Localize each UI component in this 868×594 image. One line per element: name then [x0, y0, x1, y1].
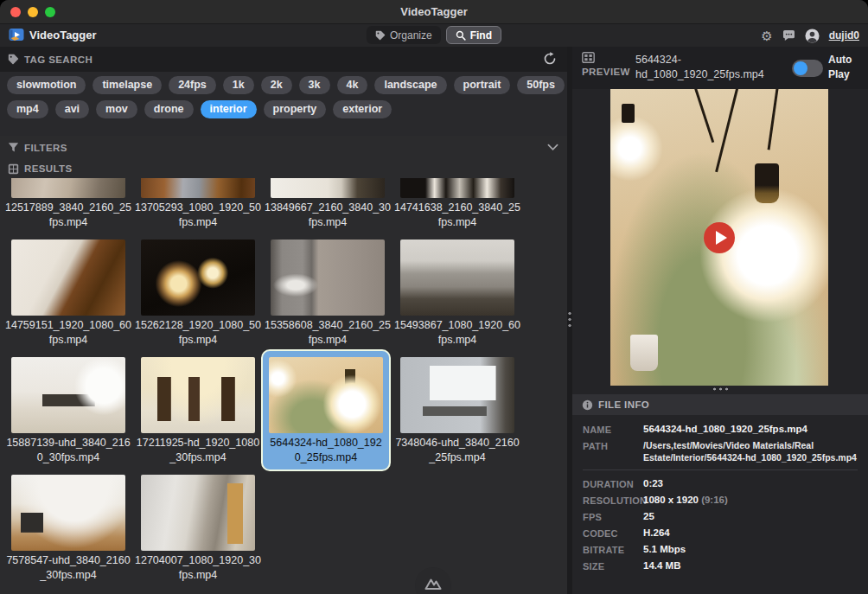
tag-pill-4k[interactable]: 4k [337, 76, 368, 94]
file-info-row: FPS25 [583, 510, 858, 524]
tag-pill-50fps[interactable]: 50fps [517, 76, 565, 94]
filters-title: FILTERS [24, 143, 67, 153]
result-filename: 13849667_2160_3840_30fps.mp4 [265, 201, 391, 230]
video-thumbnail[interactable] [400, 178, 514, 198]
tag-pill-interior[interactable]: interior [201, 100, 257, 118]
find-button[interactable]: Find [446, 26, 501, 44]
video-thumbnail[interactable] [141, 357, 255, 433]
tag-pill-1k[interactable]: 1k [223, 76, 254, 94]
autoplay-toggle[interactable] [792, 60, 823, 77]
user-avatar[interactable] [805, 29, 820, 43]
tag-pill-avi[interactable]: avi [55, 100, 89, 118]
lamp-socket [755, 163, 779, 203]
results-grid: 12517889_3840_2160_25fps.mp413705293_108… [0, 178, 567, 583]
tag-pill-mp4[interactable]: mp4 [7, 100, 48, 118]
result-card[interactable]: 14741638_2160_3840_25fps.mp4 [394, 178, 520, 230]
result-cell: 7578547-uhd_3840_2160_30fps.mp4 [3, 475, 133, 583]
result-cell: 13849667_2160_3840_30fps.mp4 [263, 178, 393, 230]
tag-pill-mov[interactable]: mov [96, 100, 137, 118]
result-card[interactable]: 7578547-uhd_3840_2160_30fps.mp4 [5, 475, 131, 583]
result-card[interactable]: 13849667_2160_3840_30fps.mp4 [265, 178, 391, 230]
tag-pill-exterior[interactable]: exterior [333, 100, 392, 118]
chevron-down-icon[interactable] [547, 144, 558, 151]
video-thumbnail[interactable] [271, 240, 385, 316]
traffic-lights [10, 7, 55, 17]
mode-switcher: Organize Find [367, 26, 501, 44]
tag-pill-2k[interactable]: 2k [261, 76, 292, 94]
video-thumbnail[interactable] [11, 178, 125, 198]
tag-pill-24fps[interactable]: 24fps [169, 76, 216, 94]
video-thumbnail[interactable] [269, 357, 383, 433]
close-window-button[interactable] [10, 7, 21, 17]
results-scroll-area[interactable]: 12517889_3840_2160_25fps.mp413705293_108… [0, 178, 567, 594]
fileinfo-label: DURATION [583, 477, 643, 491]
fileinfo-value: H.264 [643, 527, 858, 540]
toolbar-right: ⚙ dujid0 [761, 24, 859, 47]
resolution-aspect: (9:16) [699, 495, 728, 505]
file-info-row: CODECH.264 [583, 527, 858, 540]
result-cell: 14741638_2160_3840_25fps.mp4 [393, 178, 522, 230]
result-filename: 13705293_1080_1920_50fps.mp4 [135, 201, 261, 230]
chat-bubble-icon[interactable] [782, 29, 795, 42]
left-panel: TAG SEARCH slowmotiontimelapse24fps1k2k3… [0, 47, 567, 594]
file-info-row: BITRATE5.1 Mbps [583, 543, 858, 557]
refresh-icon[interactable] [543, 52, 557, 66]
organize-button[interactable]: Organize [367, 26, 441, 44]
video-thumbnail[interactable] [11, 475, 125, 551]
fileinfo-label: BITRATE [583, 543, 643, 557]
result-card[interactable]: 7348046-uhd_3840_2160_25fps.mp4 [394, 357, 520, 465]
result-card-selected[interactable]: 5644324-hd_1080_1920_25fps.mp4 [261, 349, 391, 471]
tag-pill-landscape[interactable]: landscape [374, 76, 446, 94]
lamp-cord [767, 89, 778, 150]
video-thumbnail[interactable] [271, 178, 385, 198]
result-card[interactable]: 17211925-hd_1920_1080_30fps.mp4 [135, 357, 261, 465]
result-cell: 5644324-hd_1080_1920_25fps.mp4 [263, 357, 393, 465]
divider-grip[interactable] [568, 310, 571, 329]
result-card[interactable]: 15493867_1080_1920_60fps.mp4 [394, 240, 520, 348]
zoom-window-button[interactable] [45, 7, 55, 17]
find-button-label: Find [470, 29, 492, 42]
tag-pill-portrait[interactable]: portrait [454, 76, 511, 94]
result-card[interactable]: 12517889_3840_2160_25fps.mp4 [5, 178, 131, 230]
video-preview[interactable] [610, 89, 828, 386]
result-card[interactable]: 12704007_1080_1920_30fps.mp4 [135, 475, 261, 583]
file-info-row: PATH/Users,test/Movies/Video Materials/R… [583, 439, 858, 463]
window-title: VideoTagger [0, 0, 868, 23]
video-thumbnail[interactable] [400, 240, 514, 316]
result-cell: 12517889_3840_2160_25fps.mp4 [3, 178, 133, 230]
result-cell: 15262128_1920_1080_50fps.mp4 [133, 240, 263, 348]
video-thumbnail[interactable] [400, 357, 514, 433]
tag-pill-3k[interactable]: 3k [299, 76, 330, 94]
tag-pill-drone[interactable]: drone [144, 100, 194, 118]
video-thumbnail[interactable] [141, 178, 255, 198]
filters-header[interactable]: FILTERS [0, 136, 567, 159]
tag-pill-timelapse[interactable]: timelapse [93, 76, 162, 94]
result-card[interactable]: 13705293_1080_1920_50fps.mp4 [135, 178, 261, 230]
video-thumbnail[interactable] [141, 240, 255, 316]
minimize-window-button[interactable] [28, 7, 38, 17]
preview-resize-handle[interactable] [712, 387, 729, 391]
result-card[interactable]: 15887139-uhd_3840_2160_30fps.mp4 [5, 357, 131, 465]
result-filename: 14759151_1920_1080_60fps.mp4 [5, 318, 131, 348]
autoplay-toggle-knob[interactable] [794, 61, 807, 75]
fileinfo-label: FPS [583, 510, 643, 524]
video-thumbnail[interactable] [11, 240, 125, 316]
result-card[interactable]: 15358608_3840_2160_25fps.mp4 [265, 240, 391, 348]
tag-search-title: TAG SEARCH [24, 54, 93, 65]
tag-pill-slowmotion[interactable]: slowmotion [7, 76, 86, 94]
preview-panel: PREVIEW 5644324-hd_1080_1920_25fps.mp4 A… [572, 47, 868, 594]
result-filename: 14741638_2160_3840_25fps.mp4 [394, 201, 520, 230]
film-frame-icon [582, 52, 595, 63]
video-thumbnail[interactable] [11, 357, 125, 433]
preview-header: PREVIEW 5644324-hd_1080_1920_25fps.mp4 A… [572, 47, 868, 89]
result-card[interactable]: 14759151_1920_1080_60fps.mp4 [5, 240, 131, 348]
username-link[interactable]: dujid0 [829, 29, 859, 42]
video-thumbnail[interactable] [141, 475, 255, 551]
results-header: RESULTS [0, 159, 567, 178]
app-window: VideoTagger VideoTagger Organize Find ⚙ … [0, 0, 868, 594]
result-card[interactable]: 15262128_1920_1080_50fps.mp4 [135, 240, 261, 348]
tag-pill-property[interactable]: property [264, 100, 327, 118]
settings-gear-icon[interactable]: ⚙ [761, 29, 772, 42]
fileinfo-label: PATH [583, 439, 643, 463]
play-button[interactable] [704, 222, 735, 253]
